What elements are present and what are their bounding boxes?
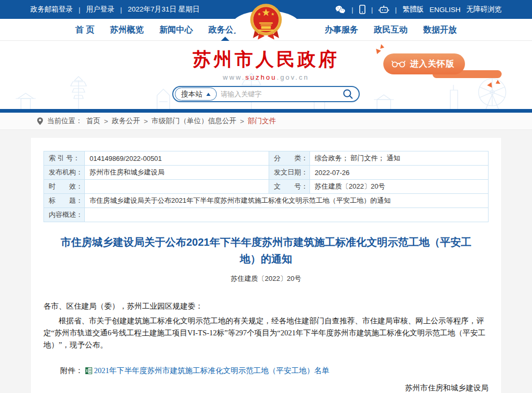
divider: | xyxy=(351,6,353,14)
attachment-link[interactable]: 2021年下半年度苏州市建筑施工标准化文明示范工地（平安工地）名单 xyxy=(94,365,329,377)
article-doc-number: 苏住建质〔2022〕20号 xyxy=(43,274,489,283)
care-version-widget: 进入关怀版 xyxy=(383,50,503,84)
url-highlight: suzhou xyxy=(246,73,277,81)
meta-value-agency: 苏州市住房和城乡建设局 xyxy=(85,166,269,180)
nav-item-home[interactable]: 首 页 xyxy=(68,19,102,41)
meta-label-summary: 内容概述： xyxy=(44,208,85,222)
breadcrumb-separator: > xyxy=(143,117,148,125)
divider: | xyxy=(395,6,397,14)
nav-item-services[interactable]: 办事服务 xyxy=(317,19,366,41)
article-paragraph: 根据省、市关于创建建筑施工标准化文明示范工地的有关规定，经各地住建部门自查推荐、… xyxy=(43,315,489,351)
divider: | xyxy=(79,6,81,14)
breadcrumb-item-dept-disclosure[interactable]: 市级部门（单位）信息公开 xyxy=(151,116,236,126)
care-button-label: 进入关怀版 xyxy=(410,59,455,70)
meta-label-category: 分 类： xyxy=(269,151,310,166)
nav-item-news[interactable]: 新闻中心 xyxy=(151,19,201,41)
url-prefix: www. xyxy=(223,73,246,81)
topbar-right: | | | 繁體版 ENGLISH 无障碍浏览 xyxy=(335,5,502,14)
meta-label-issue-date: 发文日期： xyxy=(269,166,310,180)
traditional-version-link[interactable]: 繁體版 xyxy=(403,5,424,14)
table-row: 发布机构： 苏州市住房和城乡建设局 发文日期： 2022-07-26 xyxy=(44,166,489,180)
breadcrumb-separator: > xyxy=(240,117,244,125)
meta-value-index: 014149869/2022-00501 xyxy=(85,151,269,166)
chevron-up-icon xyxy=(206,93,210,96)
user-login-link[interactable]: 用户登录 xyxy=(86,5,115,14)
article-salutation: 各市、区住建局（委），苏州工业园区规建委： xyxy=(43,300,489,312)
table-row: 内容概述： xyxy=(44,208,489,222)
current-date: 2022年7月31日 星期日 xyxy=(128,5,199,14)
article-title: 市住房城乡建设局关于公布2021年下半年度苏州市建筑施工标准化文明示范工地（平安… xyxy=(56,234,476,267)
header-divider-strip xyxy=(0,109,532,113)
search-scope-dropdown[interactable]: 搜本站 xyxy=(175,88,217,101)
document-card: 索 引 号： 014149869/2022-00501 分 类： 综合政务； 部… xyxy=(31,138,501,393)
divider: | xyxy=(120,6,123,14)
mobile-icon[interactable] xyxy=(359,5,365,14)
breadcrumb-item-home[interactable]: 首页 xyxy=(86,116,101,126)
divider: | xyxy=(371,6,373,14)
search-row: 搜本站 xyxy=(0,86,532,102)
meta-value-title: 市住房城乡建设局关于公布2021年下半年度苏州市建筑施工标准化文明示范工地（平安… xyxy=(85,194,489,208)
meta-value-category: 综合政务； 部门文件； 通知 xyxy=(310,151,489,166)
table-row: 索 引 号： 014149869/2022-00501 分 类： 综合政务； 部… xyxy=(44,151,489,166)
content-area: 索 引 号： 014149869/2022-00501 分 类： 综合政务； 部… xyxy=(0,130,532,393)
search-input[interactable] xyxy=(217,90,343,98)
breadcrumb-separator: > xyxy=(104,117,108,125)
breadcrumb-item-gov-info[interactable]: 政务公开 xyxy=(112,116,140,126)
topbar-left: 政务邮箱登录 | 用户登录 | 2022年7月31日 星期日 xyxy=(30,5,199,14)
search-button[interactable] xyxy=(342,89,353,100)
meta-label-index: 索 引 号： xyxy=(44,151,85,166)
site-header: 苏州市人民政府 www.suzhou.gov.cn 搜本站 进入关怀版 xyxy=(0,41,532,109)
table-row: 时 效： 文 号： 苏住建质〔2022〕20号 xyxy=(44,180,489,194)
excel-file-icon xyxy=(85,367,92,374)
arrow-decoration xyxy=(496,80,502,86)
meta-value-validity xyxy=(85,180,269,194)
magnifier-icon xyxy=(342,89,353,100)
meta-label-agency: 发布机构： xyxy=(44,166,85,180)
nav-item-open-data[interactable]: 数据开放 xyxy=(415,19,464,41)
mail-login-link[interactable]: 政务邮箱登录 xyxy=(30,5,73,14)
search-scope-label: 搜本站 xyxy=(181,90,203,99)
english-version-link[interactable]: ENGLISH xyxy=(429,6,460,14)
document-meta-table: 索 引 号： 014149869/2022-00501 分 类： 综合政务； 部… xyxy=(43,151,489,222)
search-box: 搜本站 xyxy=(172,86,360,102)
nav-item-interaction[interactable]: 政民互动 xyxy=(366,19,415,41)
robot-icon[interactable] xyxy=(379,5,389,14)
national-emblem xyxy=(231,0,301,41)
location-pin-icon xyxy=(37,117,43,125)
meta-value-issue-date: 2022-07-26 xyxy=(310,166,489,180)
glasses-icon xyxy=(392,60,405,68)
wechat-icon[interactable] xyxy=(335,5,346,14)
accessibility-link[interactable]: 无障碍浏览 xyxy=(467,5,502,14)
url-suffix: .gov.cn xyxy=(277,73,309,81)
table-row: 标 题： 市住房城乡建设局关于公布2021年下半年度苏州市建筑施工标准化文明示范… xyxy=(44,194,489,208)
attachment-label: 附件： xyxy=(60,365,83,377)
meta-label-validity: 时 效： xyxy=(44,180,85,194)
breadcrumb-label: 当前位置： xyxy=(47,116,83,126)
meta-label-doc-number: 文 号： xyxy=(269,180,310,194)
breadcrumb-item-dept-files: 部门文件 xyxy=(248,116,276,126)
meta-label-title: 标 题： xyxy=(44,194,85,208)
nav-item-overview[interactable]: 苏州概览 xyxy=(102,19,151,41)
breadcrumb: 当前位置： 首页 > 政务公开 > 市级部门（单位）信息公开 > 部门文件 xyxy=(0,113,532,130)
care-version-button[interactable]: 进入关怀版 xyxy=(383,53,465,74)
signature-agency: 苏州市住房和城乡建设局 xyxy=(43,381,489,393)
attachment-row: 附件： 2021年下半年度苏州市建筑施工标准化文明示范工地（平安工地）名单 xyxy=(43,365,489,377)
meta-value-doc-number: 苏住建质〔2022〕20号 xyxy=(310,180,489,194)
article-body: 各市、区住建局（委），苏州工业园区规建委： 根据省、市关于创建建筑施工标准化文明… xyxy=(43,300,489,393)
meta-value-summary xyxy=(85,208,489,222)
